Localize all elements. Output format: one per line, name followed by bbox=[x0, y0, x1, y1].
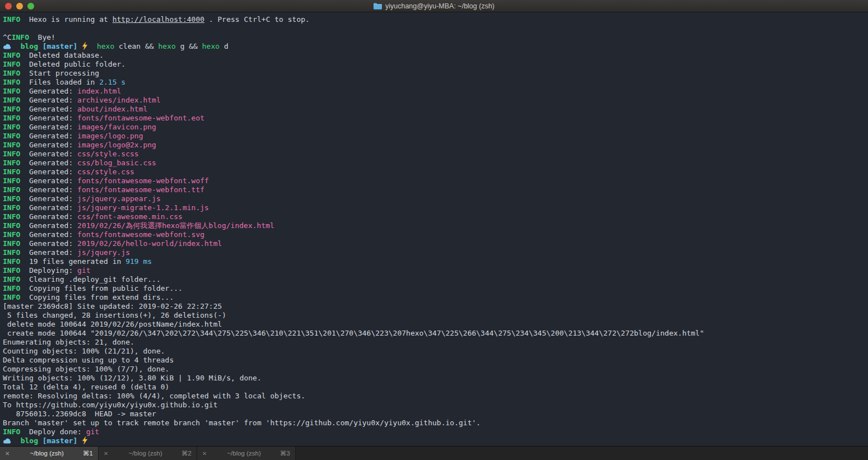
tab-shortcut: ⌘1 bbox=[83, 449, 93, 457]
terminal-line: INFO Generated: fonts/fontawesome-webfon… bbox=[3, 114, 866, 123]
log-level-label: INFO bbox=[3, 257, 20, 266]
terminal-text: Hexo is running at bbox=[20, 15, 112, 24]
close-tab-icon[interactable]: ✕ bbox=[202, 450, 210, 457]
terminal-text: Generated: bbox=[20, 248, 77, 257]
log-level-label: INFO bbox=[3, 60, 20, 68]
terminal-line: INFO Clearing .deploy_git folder... bbox=[3, 275, 866, 284]
log-level-label: INFO bbox=[3, 15, 20, 24]
terminal-line: INFO Generated: css/blog_basic.css bbox=[3, 159, 866, 168]
log-level-label: INFO bbox=[3, 275, 20, 284]
terminal-text: git bbox=[77, 266, 90, 275]
terminal-line: INFO Deleted public folder. bbox=[3, 60, 866, 69]
terminal-text: 8756013..2369dc8 HEAD -> master bbox=[3, 410, 156, 418]
terminal-line: INFO Copying files from public folder... bbox=[3, 284, 866, 293]
terminal-line: INFO Generated: images/favicon.png bbox=[3, 123, 866, 132]
terminal-line: INFO Generated: fonts/fontawesome-webfon… bbox=[3, 230, 866, 239]
terminal-text: Generated: bbox=[20, 176, 77, 185]
tab-shortcut: ⌘3 bbox=[280, 449, 290, 457]
minimize-window-button[interactable] bbox=[16, 3, 23, 10]
terminal-screen[interactable]: INFO Hexo is running at http://localhost… bbox=[0, 12, 868, 446]
log-level-label: INFO bbox=[3, 114, 20, 122]
log-level-label: INFO bbox=[3, 69, 20, 77]
close-window-button[interactable] bbox=[5, 3, 12, 10]
terminal-text: Generated: bbox=[20, 185, 77, 194]
terminal-text: clean && bbox=[114, 42, 158, 50]
terminal-text bbox=[38, 436, 43, 445]
terminal-line: delete mode 100644 2019/02/26/postName/i… bbox=[3, 320, 866, 329]
terminal-text: blog bbox=[21, 436, 38, 445]
log-level-label: INFO bbox=[3, 123, 20, 131]
log-level-label: INFO bbox=[3, 96, 20, 104]
terminal-line: create mode 100644 "2019/02/26/\347\202\… bbox=[3, 329, 866, 338]
terminal-text: css/blog_basic.css bbox=[77, 159, 156, 167]
terminal-text: Compressing objects: 100% (7/7), done. bbox=[3, 365, 169, 373]
terminal-text: 919 ms bbox=[125, 257, 152, 266]
zoom-window-button[interactable] bbox=[27, 3, 34, 10]
terminal-tab-1[interactable]: ✕~/blog (zsh)⌘1 bbox=[0, 447, 99, 460]
tab-strip: ✕~/blog (zsh)⌘1✕~/blog (zsh)⌘2✕~/blog (z… bbox=[0, 446, 868, 460]
terminal-text: Generated: bbox=[20, 230, 77, 239]
terminal-text: Generated: bbox=[20, 96, 77, 104]
terminal-line: INFO Generated: css/style.css bbox=[3, 168, 866, 176]
terminal-text: blog bbox=[21, 42, 38, 50]
terminal-text: http://localhost:4000 bbox=[113, 15, 204, 24]
log-level-label: INFO bbox=[3, 284, 20, 292]
cloud-icon bbox=[3, 42, 12, 50]
terminal-line: INFO Start processing bbox=[3, 69, 866, 78]
terminal-text: Copying files from public folder... bbox=[20, 284, 183, 292]
terminal-text: Deploying: bbox=[20, 266, 77, 275]
terminal-text: Generated: bbox=[20, 114, 77, 122]
log-level-label: INFO bbox=[3, 221, 20, 230]
terminal-text: Files loaded in bbox=[20, 78, 99, 86]
log-level-label: INFO bbox=[3, 239, 20, 248]
terminal-line: INFO Generated: images/logo@2x.png bbox=[3, 141, 866, 150]
log-level-label: INFO bbox=[3, 78, 20, 86]
tab-label: ~/blog (zsh) bbox=[210, 450, 278, 457]
terminal-window: yiyuchang@yiyu-MBA: ~/blog (zsh) INFO He… bbox=[0, 0, 868, 460]
log-level-label: INFO bbox=[3, 159, 20, 167]
close-tab-icon[interactable]: ✕ bbox=[5, 450, 13, 457]
terminal-text: css/font-awesome.min.css bbox=[77, 212, 183, 221]
terminal-text: Generated: bbox=[20, 168, 77, 176]
log-level-label: INFO bbox=[3, 266, 20, 275]
terminal-text bbox=[12, 42, 21, 50]
close-tab-icon[interactable]: ✕ bbox=[104, 450, 111, 457]
terminal-text: Bye! bbox=[29, 33, 55, 41]
terminal-text: Deleted database. bbox=[20, 51, 104, 59]
terminal-line: INFO Generated: about/index.html bbox=[3, 105, 866, 114]
terminal-line: INFO Files loaded in 2.15 s bbox=[3, 78, 866, 87]
terminal-line: blog [master] bbox=[3, 436, 866, 445]
terminal-text: remote: Resolving deltas: 100% (4/4), co… bbox=[3, 392, 305, 400]
terminal-text: git bbox=[86, 428, 99, 436]
terminal-line: INFO Generated: 2019/02/26/為何我選擇hexo當作個人… bbox=[3, 221, 866, 230]
terminal-tab-3[interactable]: ✕~/blog (zsh)⌘3 bbox=[197, 447, 296, 460]
terminal-text: js/jquery-migrate-1.2.1.min.js bbox=[77, 203, 209, 212]
terminal-text: 2.15 s bbox=[99, 78, 125, 86]
bolt-icon bbox=[82, 436, 88, 445]
bolt-icon bbox=[82, 42, 88, 50]
log-level-label: INFO bbox=[3, 212, 20, 221]
terminal-text: css/style.scss bbox=[77, 150, 139, 158]
terminal-line: ^CINFO Bye! bbox=[3, 33, 866, 42]
terminal-tab-2[interactable]: ✕~/blog (zsh)⌘2 bbox=[99, 447, 197, 460]
terminal-text: Generated: bbox=[20, 194, 77, 203]
terminal-text: fonts/fontawesome-webfont.svg bbox=[77, 230, 204, 239]
terminal-text: create mode 100644 "2019/02/26/\347\202\… bbox=[3, 329, 704, 337]
log-level-label: INFO bbox=[3, 105, 20, 113]
terminal-text: Copying files from extend dirs... bbox=[20, 293, 174, 301]
terminal-text: ^C bbox=[3, 33, 12, 41]
terminal-text: index.html bbox=[77, 87, 121, 95]
log-level-label: INFO bbox=[3, 141, 20, 149]
log-level-label: INFO bbox=[3, 168, 20, 176]
terminal-text: delete mode 100644 2019/02/26/postName/i… bbox=[3, 320, 222, 328]
terminal-line: [master 2369dc8] Site updated: 2019-02-2… bbox=[3, 302, 866, 311]
terminal-text: [master] bbox=[43, 42, 78, 50]
tab-label: ~/blog (zsh) bbox=[111, 450, 179, 457]
terminal-text: Generated: bbox=[20, 239, 77, 248]
terminal-line: INFO Deploy done: git bbox=[3, 428, 866, 436]
terminal-text: Clearing .deploy_git folder... bbox=[20, 275, 160, 284]
log-level-label: INFO bbox=[3, 248, 20, 257]
terminal-line: Counting objects: 100% (21/21), done. bbox=[3, 347, 866, 356]
terminal-line: INFO Generated: fonts/fontawesome-webfon… bbox=[3, 185, 866, 194]
title-bar: yiyuchang@yiyu-MBA: ~/blog (zsh) bbox=[0, 0, 868, 12]
